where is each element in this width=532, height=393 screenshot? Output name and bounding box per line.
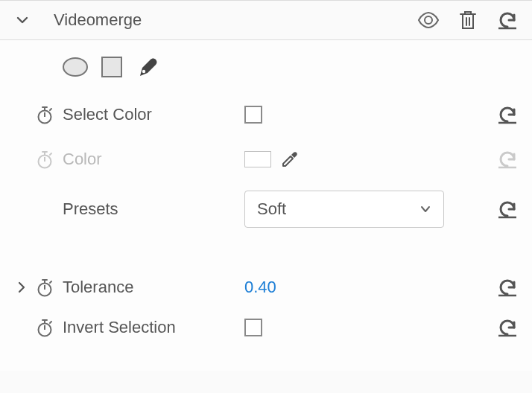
svg-point-0 (425, 16, 432, 24)
stopwatch-icon (36, 318, 54, 337)
reset-icon (496, 318, 519, 337)
rectangle-mask-button[interactable] (101, 57, 122, 77)
eyedropper-button[interactable] (280, 150, 300, 169)
invert-selection-stopwatch[interactable] (36, 318, 54, 337)
pen-mask-button[interactable] (136, 55, 159, 79)
select-color-reset[interactable] (496, 105, 519, 124)
presets-dropdown[interactable]: Soft (244, 191, 444, 228)
tolerance-value[interactable]: 0.40 (244, 278, 276, 297)
delete-button[interactable] (459, 10, 477, 31)
presets-row: Presets Soft (12, 191, 519, 228)
visibility-toggle[interactable] (417, 12, 440, 28)
pen-icon (136, 55, 159, 79)
header-actions (417, 10, 519, 31)
reset-icon (496, 199, 519, 219)
chevron-down-icon (419, 203, 431, 215)
color-reset-disabled (496, 150, 519, 169)
invert-selection-checkbox[interactable] (244, 319, 262, 336)
collapse-toggle[interactable] (12, 13, 33, 27)
select-color-checkbox[interactable] (244, 106, 262, 124)
effect-body: Select Color (0, 40, 532, 371)
select-color-label: Select Color (58, 105, 244, 124)
stopwatch-icon (36, 105, 54, 124)
svg-line-20 (50, 281, 51, 283)
color-stopwatch-disabled (36, 150, 54, 169)
select-color-stopwatch[interactable] (36, 105, 54, 124)
tolerance-reset[interactable] (496, 278, 519, 297)
mask-shapes-row (63, 55, 519, 79)
reset-icon (496, 10, 519, 30)
color-swatch[interactable] (244, 151, 271, 167)
svg-line-13 (50, 153, 51, 155)
presets-reset[interactable] (496, 199, 519, 219)
tolerance-label: Tolerance (58, 278, 244, 297)
chevron-down-icon (16, 13, 29, 27)
reset-effect-button[interactable] (496, 10, 519, 30)
reset-icon (496, 105, 519, 124)
reset-icon (496, 278, 519, 297)
color-row: Color (12, 146, 519, 173)
presets-value: Soft (257, 199, 286, 219)
effect-panel: Videomerge (0, 0, 532, 371)
ellipse-mask-button[interactable] (63, 57, 88, 77)
invert-selection-reset[interactable] (496, 318, 519, 337)
eyedropper-icon (280, 150, 300, 169)
tolerance-stopwatch[interactable] (36, 278, 54, 297)
invert-selection-label: Invert Selection (58, 318, 244, 337)
presets-label: Presets (58, 199, 244, 219)
trash-icon (459, 10, 477, 31)
effect-header: Videomerge (0, 0, 532, 40)
stopwatch-icon (36, 278, 54, 297)
tolerance-row: Tolerance 0.40 (12, 274, 519, 301)
select-color-row: Select Color (12, 101, 519, 128)
chevron-right-icon (16, 281, 28, 293)
color-label: Color (58, 150, 244, 169)
stopwatch-icon (36, 150, 54, 169)
svg-point-2 (142, 70, 145, 73)
tolerance-expand[interactable] (16, 281, 28, 293)
svg-line-7 (50, 109, 51, 110)
invert-selection-row: Invert Selection (12, 314, 519, 341)
reset-icon (496, 150, 519, 169)
eye-icon (417, 12, 440, 28)
effect-title: Videomerge (54, 10, 417, 30)
svg-line-26 (50, 322, 51, 323)
